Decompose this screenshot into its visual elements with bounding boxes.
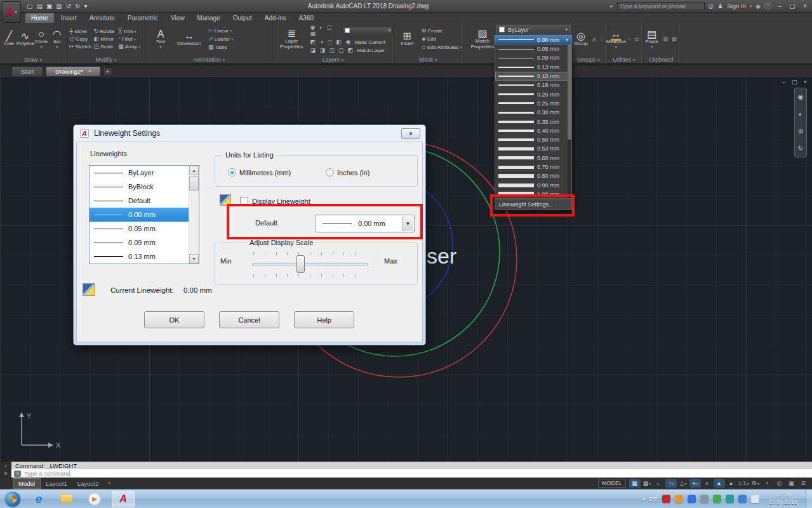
draw-tool-button[interactable]: ◠ Arc ▾ bbox=[49, 29, 65, 49]
show-hidden-icons[interactable]: ▴ bbox=[642, 496, 645, 502]
status-icon[interactable]: ≣ bbox=[798, 479, 809, 488]
tray-icon[interactable] bbox=[700, 495, 709, 503]
lineweight-option[interactable]: 0.09 mm bbox=[495, 53, 571, 62]
block-tool-button[interactable]: ◈ Edit bbox=[422, 36, 462, 42]
match-layer-button[interactable]: Match Layer bbox=[357, 48, 385, 53]
lineweight-list-item[interactable]: ByLayer bbox=[90, 166, 189, 180]
file-tab-start[interactable]: Start bbox=[11, 66, 43, 76]
annotation-tool-button[interactable]: ⊢ Linear ▾ bbox=[208, 27, 233, 34]
taskbar-clock[interactable]: 08:36 07.04.2018 bbox=[769, 491, 797, 506]
status-icon[interactable]: ▦ bbox=[629, 479, 641, 488]
annotation-tool-button[interactable]: ↗ Leader ▾ bbox=[208, 36, 233, 42]
sign-in-button[interactable]: Sign In bbox=[727, 3, 746, 10]
ribbon-tab[interactable]: Parametric bbox=[122, 13, 164, 23]
lineweight-option[interactable]: 0.35 mm bbox=[495, 117, 571, 126]
text-button[interactable]: A Text ▾ bbox=[151, 29, 170, 49]
dialog-close-button[interactable]: × bbox=[401, 128, 420, 139]
match-properties-button[interactable]: ▨ Match Properties bbox=[467, 28, 498, 50]
add-layout-button[interactable]: + bbox=[104, 479, 115, 488]
ribbon-tab[interactable]: A360 bbox=[293, 13, 319, 23]
insert-button[interactable]: ⊞ Insert bbox=[397, 30, 416, 47]
status-icon[interactable]: 1:1 ▾ bbox=[738, 479, 749, 488]
qat-button[interactable]: ▣ bbox=[46, 3, 52, 10]
panel-label-draw[interactable]: Draw▾ bbox=[0, 57, 66, 63]
nav-wheel-icon[interactable]: ◉ bbox=[798, 93, 804, 100]
modify-tool-button[interactable]: ▦ Array ▾ bbox=[118, 43, 143, 50]
orbit-icon[interactable]: ↻ bbox=[798, 145, 803, 152]
dropdown-scrollbar[interactable] bbox=[568, 44, 571, 198]
listbox-scrollbar[interactable]: ▲ ▼ bbox=[189, 166, 199, 264]
draw-tool-button[interactable]: ○ Circle ▾ bbox=[34, 29, 50, 49]
cancel-button[interactable]: Cancel bbox=[219, 311, 279, 328]
lineweight-option[interactable]: 0.25 mm bbox=[495, 99, 571, 108]
close-button[interactable]: × bbox=[801, 3, 809, 10]
tab-model[interactable]: Model bbox=[13, 478, 41, 489]
ribbon-tab[interactable]: Add-ins bbox=[259, 13, 292, 23]
qat-button[interactable]: ▤ bbox=[36, 3, 42, 10]
layer-properties-button[interactable]: ≣ Layer Properties bbox=[278, 28, 305, 50]
taskbar-autocad-button[interactable]: A bbox=[112, 491, 135, 507]
tray-icon[interactable] bbox=[726, 495, 734, 503]
panel-label-modify[interactable]: Modify▾ bbox=[67, 57, 145, 63]
group-button[interactable]: ◎ Group bbox=[573, 30, 589, 47]
lineweight-option[interactable]: 0.30 mm bbox=[495, 108, 571, 117]
a360-icon[interactable]: ◈ bbox=[755, 3, 761, 10]
ribbon-tab[interactable]: Home bbox=[25, 13, 54, 23]
status-icon[interactable]: △ ▾ bbox=[677, 479, 689, 488]
file-tab-drawing2[interactable]: Drawing2*× bbox=[46, 66, 101, 76]
tray-icon[interactable] bbox=[738, 495, 747, 503]
status-icon[interactable]: ▲ bbox=[726, 479, 737, 488]
measure-button[interactable]: ↔ Measure ▾ bbox=[608, 29, 624, 49]
panel-label-block[interactable]: Block▾ bbox=[394, 57, 463, 63]
modify-tool-button[interactable]: ◧ Mirror bbox=[94, 36, 119, 42]
slider-thumb[interactable] bbox=[296, 255, 305, 273]
ribbon-tab[interactable]: Output bbox=[227, 13, 258, 23]
qat-button[interactable]: ▾ bbox=[84, 3, 88, 10]
lineweight-option[interactable]: 0.18 mm bbox=[495, 81, 571, 90]
draw-tool-button[interactable]: ∿ Polyline bbox=[17, 30, 34, 47]
inches-radio[interactable]: Inches (in) bbox=[326, 168, 369, 177]
qat-button[interactable]: ▥ bbox=[56, 3, 62, 10]
annotation-tool-button[interactable]: ▦ Table bbox=[208, 44, 233, 50]
block-tool-button[interactable]: ◇ Edit Attributes ▾ bbox=[422, 44, 462, 50]
paste-button[interactable]: ▤ Paste ▾ bbox=[644, 29, 660, 49]
panel-label-layers[interactable]: Layers▾ bbox=[273, 57, 393, 63]
lineweight-list-item[interactable]: 0.05 mm bbox=[90, 222, 189, 236]
modify-tool-button[interactable]: ┼ Move bbox=[69, 28, 94, 34]
lineweight-option[interactable]: 0.90 mm bbox=[495, 180, 571, 189]
lineweight-option[interactable]: 0.50 mm bbox=[495, 135, 571, 144]
qat-button[interactable]: ↺ bbox=[66, 3, 71, 10]
lineweight-option[interactable]: 0.15 mm bbox=[495, 72, 571, 81]
tray-icon[interactable] bbox=[751, 495, 759, 503]
tab-layout2[interactable]: Layout2 bbox=[72, 479, 104, 488]
status-icon[interactable]: ◔ ▾ bbox=[665, 479, 677, 488]
pan-icon[interactable]: ◐ bbox=[799, 110, 802, 117]
modify-tool-button[interactable]: ╳ Trim ▾ bbox=[118, 28, 143, 34]
radio-selected-icon[interactable] bbox=[228, 168, 236, 177]
millimeters-radio[interactable]: Millimeters (mm) bbox=[228, 168, 291, 177]
scroll-up-button[interactable]: ▲ bbox=[189, 166, 199, 175]
taskbar-media-player-button[interactable]: ▶ bbox=[85, 491, 104, 507]
panel-label-groups[interactable]: Groups▾ bbox=[571, 57, 606, 63]
status-icon[interactable]: ▣ bbox=[786, 479, 797, 488]
lineweight-option[interactable]: 0.60 mm bbox=[495, 154, 571, 163]
tray-icon[interactable] bbox=[688, 495, 696, 503]
tray-icon[interactable] bbox=[713, 495, 721, 503]
customize-icon[interactable]: ⚙ bbox=[4, 471, 8, 476]
help-button[interactable]: Help bbox=[294, 311, 354, 328]
search-expand-icon[interactable]: ▸ bbox=[610, 3, 613, 9]
new-drawing-button[interactable]: + bbox=[103, 67, 112, 76]
lineweight-option[interactable]: 0.70 mm bbox=[495, 163, 571, 171]
object-color-select[interactable]: ByLayer ▾ bbox=[496, 25, 571, 34]
lineweight-option[interactable]: 0.13 mm bbox=[495, 63, 571, 72]
status-icon[interactable]: + bbox=[762, 479, 773, 488]
lineweight-list-item[interactable]: ByBlock bbox=[90, 180, 189, 194]
search-icon[interactable]: ◎ bbox=[709, 3, 714, 10]
lineweight-list-item[interactable]: 0.00 mm bbox=[90, 208, 189, 222]
draw-tool-button[interactable]: ╱ Line bbox=[1, 30, 17, 47]
ribbon-tab[interactable]: View bbox=[165, 13, 190, 23]
status-icon[interactable]: ▩ ▾ bbox=[641, 479, 653, 488]
lineweight-option[interactable]: 0.53 mm bbox=[495, 144, 571, 153]
slider-track[interactable] bbox=[252, 264, 368, 265]
help-icon[interactable]: ? bbox=[764, 3, 771, 10]
